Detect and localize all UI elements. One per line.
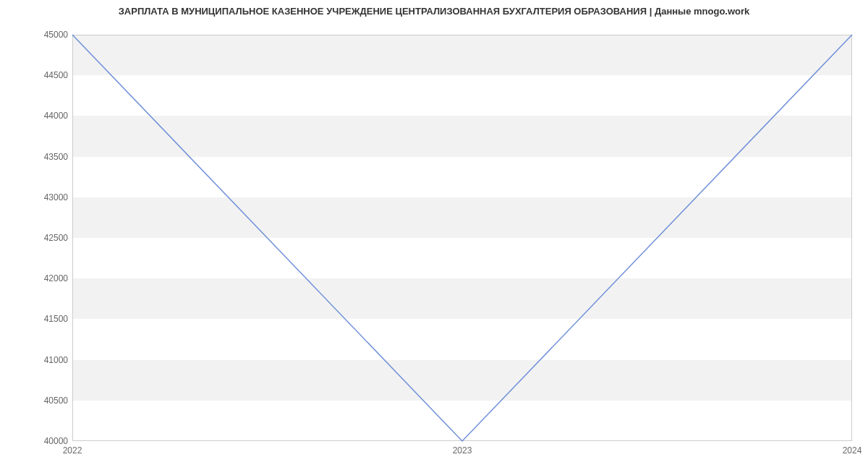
x-tick-label: 2023 [453,441,472,456]
plot-border [73,35,852,441]
y-tick-label: 41500 [44,314,72,324]
y-tick-label: 41000 [44,355,72,365]
y-tick-label: 45000 [44,30,72,40]
y-tick-label: 42500 [44,233,72,243]
plot-area: 4000040500410004150042000425004300043500… [72,35,852,441]
chart-svg [72,35,852,441]
chart-title: ЗАРПЛАТА В МУНИЦИПАЛЬНОЕ КАЗЕННОЕ УЧРЕЖД… [0,6,868,17]
x-tick-label: 2022 [63,441,82,456]
chart-container: ЗАРПЛАТА В МУНИЦИПАЛЬНОЕ КАЗЕННОЕ УЧРЕЖД… [0,0,868,470]
y-tick-label: 44000 [44,111,72,121]
y-tick-label: 43000 [44,192,72,202]
y-tick-label: 44500 [44,70,72,80]
y-tick-label: 40500 [44,396,72,406]
y-tick-label: 43500 [44,152,72,162]
x-tick-label: 2024 [843,441,862,456]
y-tick-label: 42000 [44,273,72,283]
data-line [72,35,852,441]
